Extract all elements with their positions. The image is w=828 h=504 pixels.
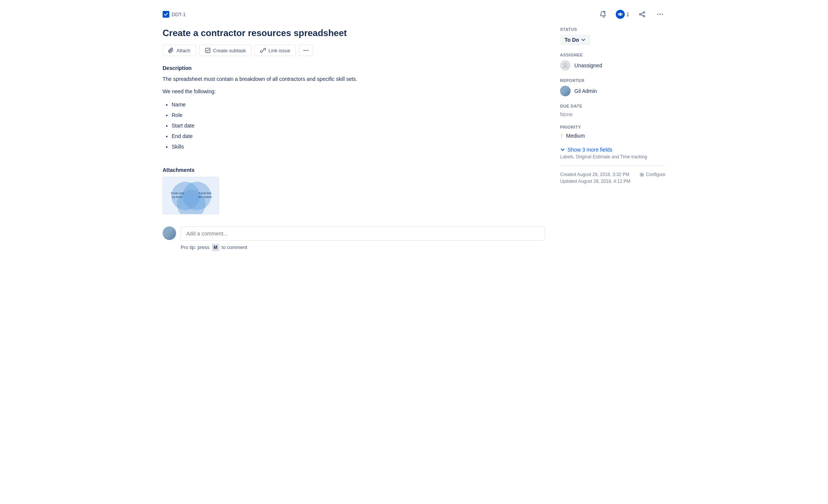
due-date-field: DUE DATE None <box>560 104 665 117</box>
list-item: End date <box>172 131 545 141</box>
meta-updated-row: Updated August 28, 2018, 4:12 PM <box>560 179 665 184</box>
attachments-title: Attachments <box>163 167 545 173</box>
assignee-row[interactable]: Unassigned <box>560 60 665 71</box>
watch-count: 1 <box>626 11 629 17</box>
svg-point-0 <box>619 14 621 15</box>
svg-point-6 <box>658 14 659 15</box>
list-item: Role <box>172 110 545 120</box>
assignee-avatar <box>560 60 571 71</box>
top-actions: 1 <box>598 9 665 20</box>
comment-section <box>163 226 545 241</box>
comment-input[interactable] <box>181 226 545 241</box>
meta-created: Created August 28, 2018, 3:32 PM <box>560 172 629 177</box>
assignee-name: Unassigned <box>574 62 602 68</box>
svg-point-11 <box>306 50 307 51</box>
show-more-fields-button[interactable]: Show 3 more fields <box>560 147 612 153</box>
create-subtask-button[interactable]: Create subtask <box>199 45 251 56</box>
description-section: Description The spreadsheet must contain… <box>163 65 545 152</box>
configure-button[interactable]: Configure <box>639 172 665 177</box>
user-avatar <box>163 226 176 240</box>
svg-point-8 <box>662 14 663 15</box>
due-date-value[interactable]: None <box>560 111 572 117</box>
top-bar: DDT-1 1 <box>163 9 665 20</box>
issue-type-icon <box>163 11 169 18</box>
meta-updated: Updated August 28, 2018, 4:12 PM <box>560 179 630 184</box>
right-column: STATUS To Do ASSIGNEE <box>560 27 665 251</box>
description-paragraph2: We need the following: <box>163 87 545 96</box>
action-bar: Attach Create subtask Link issue <box>163 45 545 56</box>
svg-text:Foods that: Foods that <box>199 192 211 194</box>
svg-point-12 <box>307 50 309 51</box>
svg-text:by Acme: by Acme <box>172 196 183 199</box>
main-layout: Create a contractor resources spreadshee… <box>163 27 665 251</box>
status-field: STATUS To Do <box>560 27 665 45</box>
reporter-row[interactable]: Gil Admin <box>560 86 665 96</box>
list-item: Start date <box>172 120 545 131</box>
assignee-field: ASSIGNEE Unassigned <box>560 53 665 71</box>
attach-button[interactable]: Attach <box>163 45 196 56</box>
issue-id[interactable]: DDT-1 <box>172 12 186 17</box>
list-item: Skills <box>172 141 545 152</box>
description-paragraph1: The spreadsheet must contain a breakdown… <box>163 75 545 83</box>
reporter-label: REPORTER <box>560 78 665 83</box>
svg-point-21 <box>641 174 642 175</box>
divider <box>560 165 665 166</box>
svg-point-3 <box>639 14 641 15</box>
link-issue-button[interactable]: Link issue <box>254 45 296 56</box>
share-button[interactable] <box>637 9 647 20</box>
svg-line-5 <box>641 15 643 16</box>
reporter-name: Gil Admin <box>574 88 597 94</box>
priority-value: Medium <box>566 133 585 139</box>
priority-row[interactable]: ↑ Medium <box>560 132 665 139</box>
svg-point-10 <box>304 50 305 51</box>
svg-point-2 <box>643 15 645 17</box>
priority-icon: ↑ <box>560 132 563 139</box>
breadcrumb: DDT-1 <box>163 11 186 18</box>
svg-text:are cookies: are cookies <box>198 196 212 198</box>
svg-point-7 <box>660 14 661 15</box>
description-list: Name Role Start date End date Skills <box>163 99 545 152</box>
more-actions-button[interactable] <box>299 45 313 56</box>
status-dropdown[interactable]: To Do <box>560 35 591 45</box>
left-column: Create a contractor resources spreadshee… <box>163 27 545 251</box>
show-more-fields-sublabel: Labels, Original Estimate and Time track… <box>560 154 665 159</box>
status-label: STATUS <box>560 27 665 32</box>
key-badge: M <box>212 244 219 251</box>
priority-field: PRIORITY ↑ Medium <box>560 125 665 139</box>
priority-label: PRIORITY <box>560 125 665 129</box>
more-options-button[interactable] <box>655 9 665 20</box>
attachments-section: Attachments Foods sold by Acme Foods tha… <box>163 167 545 214</box>
list-item: Name <box>172 99 545 110</box>
svg-point-20 <box>564 64 567 66</box>
reporter-field: REPORTER Gil Admin <box>560 78 665 96</box>
svg-line-4 <box>641 13 643 14</box>
svg-text:Foods sold: Foods sold <box>171 192 184 194</box>
reporter-avatar <box>560 86 571 96</box>
issue-title: Create a contractor resources spreadshee… <box>163 27 545 39</box>
notify-button[interactable] <box>598 9 608 20</box>
watch-section: 1 <box>616 10 629 19</box>
watch-icon[interactable] <box>616 10 625 19</box>
due-date-label: DUE DATE <box>560 104 665 108</box>
description-title: Description <box>163 65 545 71</box>
svg-point-1 <box>643 12 645 13</box>
meta-created-row: Created August 28, 2018, 3:32 PM Configu… <box>560 172 665 177</box>
assignee-label: ASSIGNEE <box>560 53 665 57</box>
pro-tip: Pro tip: press M to comment <box>181 244 545 251</box>
attachment-preview[interactable]: Foods sold by Acme Foods that are cookie… <box>163 177 219 214</box>
